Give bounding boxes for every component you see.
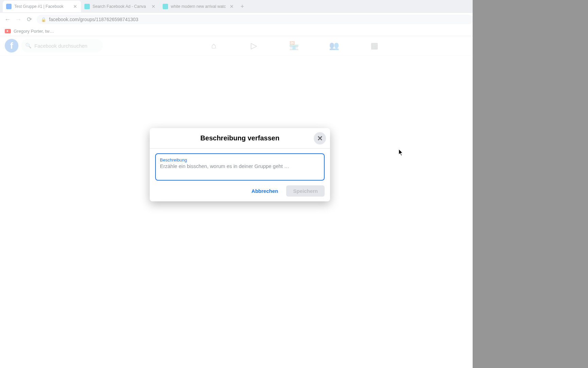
save-button[interactable]: Speichern: [286, 185, 325, 197]
description-textarea[interactable]: Beschreibung Erzähle ein bisschen, worum…: [155, 153, 325, 181]
field-placeholder: Erzähle ein bisschen, worum es in deiner…: [160, 163, 320, 169]
field-label: Beschreibung: [160, 157, 320, 163]
modal-title: Beschreibung verfassen: [200, 134, 279, 142]
close-button[interactable]: ✕: [314, 132, 326, 144]
cancel-button[interactable]: Abbrechen: [247, 185, 283, 197]
description-modal: Beschreibung verfassen ✕ Beschreibung Er…: [150, 128, 330, 201]
viewport-edge: [473, 0, 588, 368]
